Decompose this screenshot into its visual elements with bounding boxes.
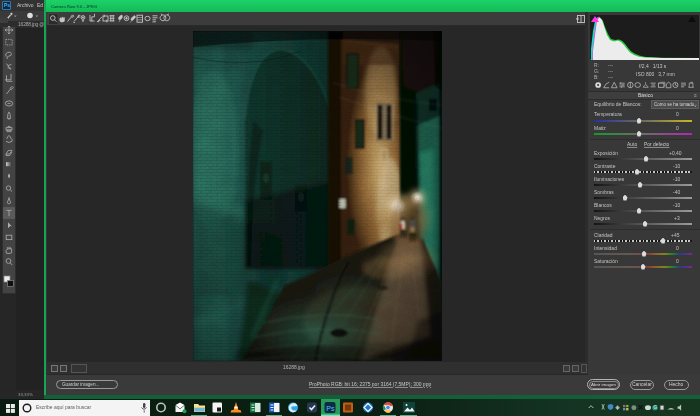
svg-text:Ps: Ps bbox=[326, 405, 335, 412]
svg-text:G: G bbox=[653, 405, 657, 410]
